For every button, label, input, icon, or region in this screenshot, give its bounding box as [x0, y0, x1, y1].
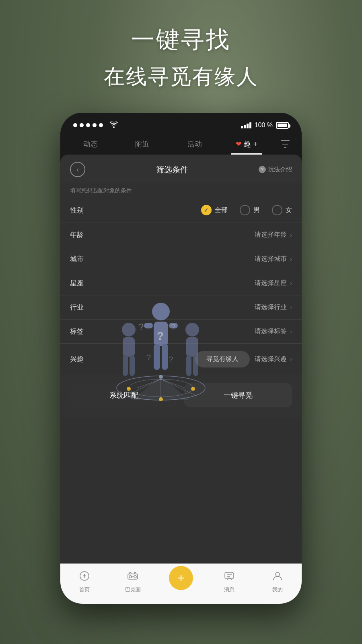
home-label: 首页: [79, 586, 90, 593]
home-icon: [79, 571, 90, 584]
hero-line1: 一键寻找: [0, 24, 362, 56]
star-content: 请选择星座 ›: [94, 279, 292, 287]
gender-male[interactable]: 男: [240, 205, 260, 215]
tags-chevron-icon: ›: [290, 328, 292, 335]
filter-row-tags[interactable]: 标签 请选择标签 ›: [60, 320, 302, 344]
add-icon: +: [177, 572, 185, 584]
svg-point-38: [134, 576, 136, 578]
filter-row-industry[interactable]: 行业 请选择行业 ›: [60, 295, 302, 320]
gender-female-label: 女: [286, 206, 292, 215]
industry-content: 请选择行业 ›: [94, 303, 292, 312]
help-label: 玩法介绍: [268, 166, 292, 173]
one-key-search-button[interactable]: 一键寻觅: [184, 383, 292, 407]
tags-placeholder: 请选择标签: [255, 327, 287, 336]
battery-percent: 100 %: [255, 122, 273, 129]
interest-content: 寻觅有缘人 请选择兴趣 ›: [94, 351, 292, 367]
status-dot: [80, 123, 84, 127]
message-label: 消息: [224, 586, 234, 593]
interest-label: 兴趣: [70, 355, 94, 364]
status-dot: [86, 123, 90, 127]
gender-all-label: 全部: [215, 206, 228, 215]
radio-all: ✓: [201, 205, 212, 215]
star-label: 星座: [70, 279, 94, 288]
interest-chevron-icon: ›: [290, 356, 292, 363]
city-placeholder: 请选择城市: [255, 255, 287, 263]
radio-male: [240, 205, 250, 215]
svg-point-37: [129, 576, 132, 578]
tab-dongtai[interactable]: 动态: [64, 134, 117, 155]
mine-label: 我的: [272, 586, 283, 593]
status-dot: [99, 123, 103, 127]
back-button[interactable]: ‹: [70, 162, 85, 177]
gender-all[interactable]: ✓ 全部: [201, 205, 228, 215]
bottom-mine[interactable]: 我的: [253, 571, 302, 597]
interest-button[interactable]: 寻觅有缘人: [195, 351, 250, 367]
check-icon: ✓: [204, 207, 209, 213]
filter-row-gender: 性别 ✓ 全部 男 女: [60, 198, 302, 223]
city-content: 请选择城市 ›: [94, 255, 292, 263]
message-icon: [224, 571, 234, 584]
gender-male-label: 男: [253, 206, 260, 215]
hero-line2: 在线寻觅有缘人: [0, 63, 362, 91]
star-placeholder: 请选择星座: [255, 279, 287, 287]
mine-icon: [272, 571, 283, 584]
status-dot: [73, 123, 77, 127]
status-dot: [93, 123, 97, 127]
filter-button[interactable]: [273, 134, 298, 155]
gender-options: ✓ 全部 男 女: [94, 205, 292, 215]
filter-panel: ? ? ? ? ? ‹ 筛选条件 ? 玩法介绍: [60, 155, 302, 604]
filter-row-city[interactable]: 城市 请选择城市 ›: [60, 247, 302, 271]
tab-qu[interactable]: ❤ 趣 +: [221, 134, 273, 155]
interest-placeholder: 请选择兴趣: [255, 355, 287, 363]
wifi-icon: [109, 120, 118, 130]
star-chevron-icon: ›: [290, 280, 292, 287]
city-label: 城市: [70, 254, 94, 264]
tags-content: 请选择标签 ›: [94, 327, 292, 336]
bottom-message[interactable]: 消息: [205, 571, 253, 597]
industry-placeholder: 请选择行业: [255, 303, 287, 312]
add-button[interactable]: +: [169, 566, 193, 590]
industry-label: 行业: [70, 303, 94, 312]
help-link[interactable]: ? 玩法介绍: [259, 166, 292, 173]
industry-chevron-icon: ›: [290, 304, 292, 311]
bottom-bakequan[interactable]: 巴克圈: [109, 571, 157, 597]
battery-icon: [276, 122, 289, 129]
action-buttons: 系统匹配 一键寻觅: [60, 375, 302, 417]
tab-huodong[interactable]: 活动: [169, 134, 221, 155]
gender-female[interactable]: 女: [272, 205, 292, 215]
svg-point-42: [276, 572, 280, 576]
back-icon: ‹: [76, 165, 79, 174]
bottom-add[interactable]: +: [157, 566, 205, 602]
filter-row-interest: 兴趣 寻觅有缘人 请选择兴趣 ›: [60, 344, 302, 375]
bottom-home[interactable]: 首页: [60, 571, 109, 597]
age-content: 请选择年龄 ›: [94, 231, 292, 239]
filter-row-star[interactable]: 星座 请选择星座 ›: [60, 271, 302, 295]
tab-fujin[interactable]: 附近: [117, 134, 169, 155]
nav-tabs: 动态 附近 活动 ❤ 趣 +: [60, 134, 302, 155]
radio-female: [272, 205, 282, 215]
hero-section: 一键寻找 在线寻觅有缘人: [0, 24, 362, 91]
bottom-nav: 首页 巴克圈 +: [60, 564, 302, 604]
bakequan-icon: [127, 571, 138, 584]
phone-mockup: 100 % 动态 附近 活动 ❤ 趣 +: [60, 113, 302, 604]
gender-label: 性别: [70, 206, 94, 215]
bakequan-label: 巴克圈: [125, 586, 141, 593]
heart-icon: ❤: [236, 140, 242, 149]
age-chevron-icon: ›: [290, 231, 292, 239]
panel-title: 筛选条件: [85, 164, 259, 175]
city-chevron-icon: ›: [290, 256, 292, 263]
system-match-button[interactable]: 系统匹配: [70, 383, 178, 407]
signal-icon: [241, 122, 251, 128]
help-circle-icon: ?: [259, 166, 266, 173]
tags-label: 标签: [70, 327, 94, 336]
status-bar: 100 %: [60, 113, 302, 134]
panel-header: ‹ 筛选条件 ? 玩法介绍: [60, 155, 302, 183]
age-placeholder: 请选择年龄: [255, 231, 287, 239]
sub-hint: 填写您想匹配对象的条件: [60, 183, 302, 198]
filter-row-age[interactable]: 年龄 请选择年龄 ›: [60, 223, 302, 247]
age-label: 年龄: [70, 230, 94, 239]
